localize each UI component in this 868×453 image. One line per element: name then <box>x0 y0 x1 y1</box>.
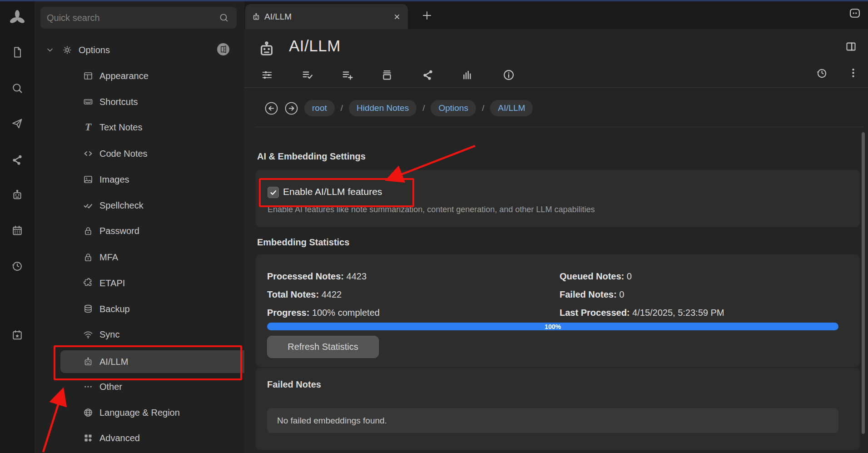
stat-failed-notes: Failed Notes: 0 <box>560 285 724 304</box>
enable-ai-description: Enable AI features like note summarizati… <box>268 205 595 214</box>
new-tab-button[interactable] <box>421 9 433 22</box>
calendar-star-icon[interactable] <box>11 329 24 341</box>
stats-right-column: Queued Notes: 0 Failed Notes: 0 Last Pro… <box>560 267 724 322</box>
chevron-down-icon[interactable] <box>45 45 55 55</box>
note-tree-panel: Options Appearance Shortcuts T Text Note… <box>35 1 244 453</box>
layout-icon <box>83 70 94 81</box>
stats-left-column: Processed Notes: 4423 Total Notes: 4422 … <box>267 267 380 322</box>
forward-button[interactable] <box>284 101 298 115</box>
image-icon <box>83 174 94 185</box>
enable-ai-label[interactable]: Enable AI/LLM features <box>283 186 382 197</box>
tab-title: AI/LLM <box>264 12 392 22</box>
note-title[interactable]: AI/LLM <box>289 37 341 55</box>
back-button[interactable] <box>264 101 278 115</box>
section-heading-embedding-stats: Embedding Statistics <box>257 237 349 248</box>
failed-notes-empty-message: No failed embeddings found. <box>277 408 838 433</box>
divider <box>255 127 864 127</box>
hoist-door-button[interactable] <box>217 43 229 55</box>
breadcrumb-separator: / <box>341 103 343 113</box>
ribbon-tab-basic-properties[interactable] <box>261 69 273 81</box>
breadcrumb: root / Hidden Notes / Options / AI/LLM <box>264 100 533 116</box>
search-icon[interactable] <box>218 12 229 23</box>
ribbon-tab-note-paths[interactable] <box>381 69 393 81</box>
main-panel: AI/LLM AI/LLM <box>244 1 868 453</box>
note-revisions-icon[interactable] <box>816 67 828 79</box>
section-heading-ai-settings: AI & Embedding Settings <box>257 151 366 162</box>
failed-notes-empty-box: No failed embeddings found. <box>267 408 838 433</box>
section-heading-failed-notes: Failed Notes <box>267 379 321 390</box>
ribbon-tab-note-map[interactable] <box>422 69 434 81</box>
breadcrumb-hidden-notes[interactable]: Hidden Notes <box>349 100 417 116</box>
lock-icon <box>83 252 94 263</box>
stat-progress: Progress: 100% completed <box>267 304 380 322</box>
stat-total-notes: Total Notes: 4422 <box>267 285 380 304</box>
code-icon <box>83 148 94 159</box>
ribbon-tab-inherited-attributes[interactable] <box>341 69 354 81</box>
failed-notes-card: Failed Notes No failed embeddings found. <box>256 368 860 450</box>
trilium-logo <box>8 9 27 28</box>
split-view-icon[interactable] <box>845 40 857 53</box>
stat-last-processed: Last Processed: 4/15/2025, 5:23:59 PM <box>560 304 724 322</box>
refresh-statistics-button[interactable]: Refresh Statistics <box>267 336 379 358</box>
gear-icon <box>62 45 73 55</box>
robot-icon <box>257 40 276 59</box>
globe-icon <box>83 407 94 418</box>
ai-settings-card: Enable AI/LLM features Enable AI feature… <box>256 170 860 227</box>
send-icon[interactable] <box>11 117 24 130</box>
spellcheck-icon <box>83 200 94 211</box>
puzzle-icon <box>83 278 94 289</box>
wifi-icon <box>83 329 94 340</box>
text-t-icon: T <box>83 122 94 133</box>
breadcrumb-options[interactable]: Options <box>431 100 476 116</box>
enable-ai-checkbox[interactable] <box>268 187 279 198</box>
history-icon[interactable] <box>11 259 24 272</box>
progress-percent-label: 100% <box>545 323 561 330</box>
ribbon-tab-note-info[interactable] <box>502 69 515 81</box>
ribbon-tab-owned-attributes[interactable] <box>301 69 314 81</box>
robot-icon <box>83 356 94 367</box>
lock-icon <box>83 225 94 236</box>
breadcrumb-ai-llm[interactable]: AI/LLM <box>490 100 533 116</box>
sidebar-item-label: Options <box>79 45 110 55</box>
dots-icon <box>83 381 94 392</box>
divider <box>244 87 868 88</box>
database-icon <box>83 304 94 314</box>
note-map-icon[interactable] <box>11 154 24 166</box>
calendar-icon[interactable] <box>11 224 24 237</box>
scrollbar-thumb[interactable] <box>862 132 865 434</box>
robot-icon[interactable] <box>11 189 24 201</box>
embedding-stats-card: Processed Notes: 4423 Total Notes: 4422 … <box>256 254 860 367</box>
stat-queued-notes: Queued Notes: 0 <box>560 267 724 285</box>
new-note-button[interactable] <box>11 46 24 59</box>
close-icon[interactable] <box>392 12 402 21</box>
keyboard-icon <box>83 96 94 107</box>
quick-search-input[interactable] <box>40 13 218 23</box>
ribbon-tab-note-size[interactable] <box>461 69 474 81</box>
tab-bar: AI/LLM <box>244 1 868 29</box>
stat-processed-notes: Processed Notes: 4423 <box>267 267 380 285</box>
launcher-rail <box>0 1 35 453</box>
kebab-menu-icon[interactable] <box>847 67 859 79</box>
breadcrumb-separator: / <box>482 103 484 113</box>
robot-icon <box>252 12 261 21</box>
app-window: Options Appearance Shortcuts T Text Note… <box>0 0 868 453</box>
tab-ai-llm[interactable]: AI/LLM <box>245 4 408 29</box>
chat-icon[interactable] <box>848 7 861 20</box>
breadcrumb-separator: / <box>422 103 425 113</box>
breadcrumb-root[interactable]: root <box>304 100 335 116</box>
grid-icon <box>83 433 94 443</box>
embedding-progress-bar: 100% <box>267 323 838 330</box>
search-icon[interactable] <box>11 82 24 95</box>
quick-search[interactable] <box>40 7 237 29</box>
